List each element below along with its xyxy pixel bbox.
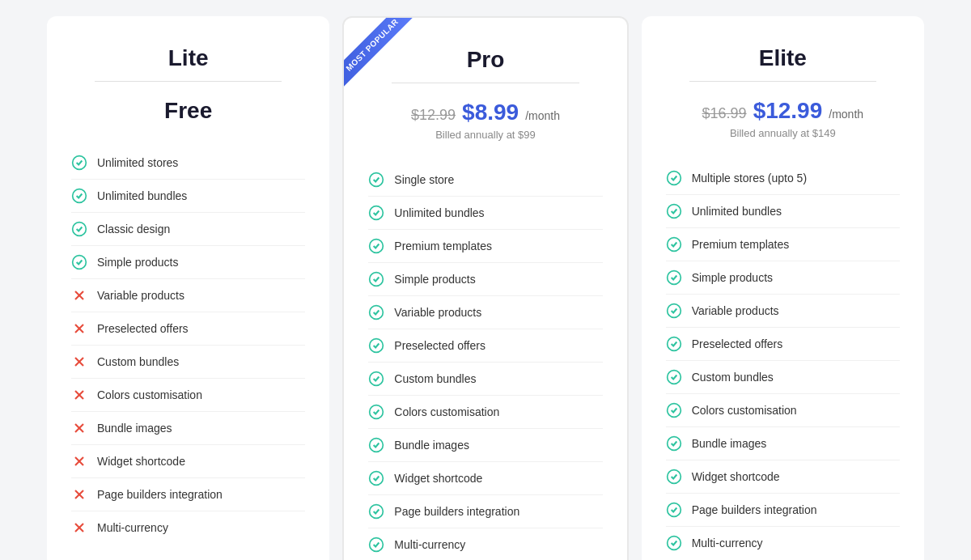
feature-label: Unlimited bundles (394, 206, 484, 219)
feature-item: Bundle images (368, 429, 602, 462)
feature-item: Multi-currency (368, 528, 602, 560)
feature-item: Unlimited bundles (71, 180, 305, 213)
cross-icon (71, 354, 87, 370)
price-billed: Billed annually at $99 (368, 129, 602, 141)
feature-label: Premium templates (394, 240, 492, 252)
feature-label: Preselected offers (692, 337, 783, 350)
plan-name-elite: Elite (666, 45, 900, 71)
feature-label: Bundle images (692, 437, 767, 450)
cross-icon (71, 420, 87, 436)
feature-label: Custom bundles (97, 355, 179, 368)
feature-item: Unlimited stores (71, 146, 305, 180)
plan-price-elite: $16.99 $12.99 /month Billed annually at … (666, 98, 900, 139)
feature-item: Widget shortcode (368, 462, 602, 495)
feature-label: Premium templates (692, 238, 790, 251)
feature-label: Multi-currency (692, 537, 763, 549)
feature-item: Colors customisation (71, 379, 305, 412)
feature-item: Custom bundles (666, 361, 900, 394)
check-icon (368, 537, 384, 553)
price-billed: Billed annually at $149 (666, 127, 900, 139)
feature-item: Page builders integration (666, 494, 900, 527)
feature-label: Preselected offers (97, 322, 189, 335)
plan-price-lite: Free (71, 98, 305, 124)
feature-label: Unlimited stores (97, 156, 178, 169)
feature-item: Bundle images (666, 427, 900, 460)
feature-item: Page builders integration (368, 495, 602, 528)
plan-name-lite: Lite (71, 45, 305, 71)
pricing-container: LiteFree Unlimited stores (40, 16, 931, 560)
feature-item: Simple products (71, 246, 305, 279)
check-icon (666, 435, 682, 452)
check-icon (71, 155, 87, 171)
feature-item: Custom bundles (71, 346, 305, 379)
feature-label: Multiple stores (upto 5) (692, 172, 807, 185)
feature-label: Multi-currency (97, 521, 168, 534)
feature-label: Simple products (692, 271, 773, 284)
feature-item: Classic design (71, 213, 305, 246)
feature-label: Colors customisation (692, 404, 797, 417)
check-icon (368, 404, 384, 420)
feature-label: Variable products (692, 304, 779, 317)
check-icon (666, 269, 682, 286)
check-icon (71, 188, 87, 204)
price-discounted: $8.99 (462, 100, 519, 125)
feature-label: Variable products (97, 289, 184, 302)
feature-item: Widget shortcode (666, 460, 900, 494)
price-period: /month (525, 109, 560, 122)
features-list-lite: Unlimited stores Unlimited bundles (71, 146, 305, 544)
feature-item: Variable products (666, 295, 900, 328)
check-icon (666, 303, 682, 319)
feature-item: Single store (368, 163, 602, 197)
feature-label: Page builders integration (692, 503, 817, 516)
plan-card-elite: Elite $16.99 $12.99 /month Billed annual… (642, 16, 924, 560)
check-icon (368, 371, 384, 387)
price-period: /month (829, 108, 863, 121)
feature-item: Variable products (71, 279, 305, 312)
feature-label: Widget shortcode (692, 470, 780, 483)
check-icon (666, 336, 682, 352)
feature-label: Bundle images (97, 422, 172, 435)
check-icon (368, 304, 384, 320)
feature-item: Widget shortcode (71, 445, 305, 478)
most-popular-ribbon: MOST POPULAR (344, 18, 441, 115)
feature-label: Colors customisation (394, 405, 499, 418)
plan-divider-lite (95, 81, 282, 82)
feature-label: Simple products (394, 273, 475, 286)
check-icon (368, 337, 384, 354)
feature-item: Preselected offers (71, 312, 305, 346)
cross-icon (71, 453, 87, 469)
check-icon (368, 238, 384, 254)
most-popular-label: MOST POPULAR (344, 18, 416, 89)
check-icon (666, 170, 682, 186)
feature-label: Preselected offers (394, 339, 486, 352)
feature-label: Multi-currency (394, 538, 465, 551)
feature-item: Variable products (368, 296, 602, 329)
check-icon (368, 205, 384, 221)
feature-item: Preselected offers (368, 329, 602, 363)
feature-label: Unlimited bundles (97, 189, 187, 202)
feature-label: Widget shortcode (97, 455, 185, 468)
check-icon (368, 470, 384, 486)
feature-label: Page builders integration (394, 505, 519, 518)
feature-item: Multi-currency (71, 511, 305, 544)
feature-label: Widget shortcode (394, 472, 482, 485)
plan-card-pro: MOST POPULAR Pro $12.99 $8.99 /month Bil… (342, 16, 628, 560)
feature-item: Bundle images (71, 412, 305, 445)
plan-card-lite: LiteFree Unlimited stores (47, 16, 329, 560)
feature-label: Colors customisation (97, 388, 202, 401)
feature-label: Classic design (97, 223, 170, 235)
check-icon (666, 535, 682, 551)
check-icon (666, 203, 682, 219)
check-icon (666, 369, 682, 385)
feature-label: Unlimited bundles (692, 205, 782, 218)
check-icon (71, 254, 87, 270)
feature-item: Premium templates (666, 228, 900, 261)
feature-item: Preselected offers (666, 328, 900, 361)
feature-item: Unlimited bundles (368, 197, 602, 230)
feature-item: Simple products (666, 261, 900, 295)
cross-icon (71, 486, 87, 503)
check-icon (666, 469, 682, 485)
cross-icon (71, 320, 87, 337)
feature-label: Bundle images (394, 439, 469, 452)
check-icon (368, 172, 384, 188)
